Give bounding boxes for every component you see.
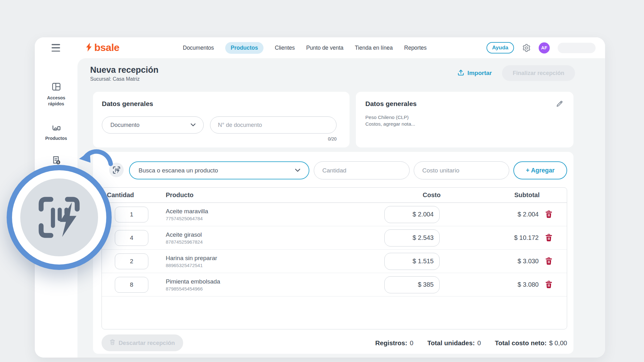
unit-cost-input-new[interactable] xyxy=(414,161,509,179)
trash-icon xyxy=(545,257,552,265)
nav-tienda-en-linea[interactable]: Tienda en línea xyxy=(355,45,393,51)
col-cantidad: Cantidad xyxy=(107,191,151,199)
logo-text: bsale xyxy=(94,42,119,53)
page-header: Nueva recepción Sucursal: Casa Matriz xyxy=(90,65,158,82)
trash-icon xyxy=(110,339,115,347)
quantity-input[interactable] xyxy=(115,277,148,293)
nav-documentos[interactable]: Documentos xyxy=(183,45,214,51)
col-costo: Costo xyxy=(385,191,441,199)
help-button[interactable]: Ayuda xyxy=(486,42,514,53)
sidebar-item-productos[interactable]: Productos xyxy=(35,123,77,141)
add-product-button[interactable]: + Agregar xyxy=(513,161,567,179)
top-right-cluster: Ayuda AF xyxy=(486,42,596,53)
bsale-bolt-icon xyxy=(85,42,92,53)
nav-reportes[interactable]: Reportes xyxy=(404,45,427,51)
delete-row-button[interactable] xyxy=(545,257,553,265)
branch-subtitle: Sucursal: Casa Matriz xyxy=(90,76,158,82)
document-select-value: Documento xyxy=(110,122,139,128)
currency-line: Peso Chileno (CLP) xyxy=(365,114,415,121)
product-search-select[interactable]: Busca o escanea un producto xyxy=(129,161,309,179)
account-placeholder[interactable] xyxy=(558,43,596,53)
menu-icon[interactable] xyxy=(52,44,60,52)
chevron-down-icon xyxy=(190,122,196,128)
quantity-input-new[interactable] xyxy=(314,161,410,179)
product-barcode: 87874525967824 xyxy=(166,239,384,245)
cost-input[interactable] xyxy=(384,229,440,247)
cost-input[interactable] xyxy=(384,276,440,293)
gear-icon[interactable] xyxy=(522,43,531,52)
search-placeholder: Busca o escanea un producto xyxy=(139,167,218,174)
reception-table: Cantidad Producto Costo Subtotal Aceite … xyxy=(102,187,567,329)
products-icon xyxy=(52,123,61,133)
cost-input[interactable] xyxy=(384,253,440,270)
trash-icon xyxy=(545,234,552,242)
table-row: Aceite girasol 87874525967824 $ 10.172 xyxy=(102,226,567,250)
sidebar-item-label: Productos xyxy=(39,135,74,141)
net-cost-total: Total costo neto:$ 0,00 xyxy=(495,339,567,347)
upload-icon xyxy=(457,69,464,78)
row-subtotal: $ 3.080 xyxy=(485,281,539,288)
discard-reception-button[interactable]: Descartar recepción xyxy=(102,334,183,351)
finalize-reception-button[interactable]: Finalizar recepción xyxy=(502,65,575,81)
bsale-logo[interactable]: bsale xyxy=(85,42,119,53)
product-barcode: 77574525064784 xyxy=(166,216,384,221)
document-number-input[interactable] xyxy=(210,116,337,134)
avatar[interactable]: AF xyxy=(539,42,550,53)
sidebar-item-accesos-rapidos[interactable]: Accesos rápidos xyxy=(35,82,77,107)
barcode-flash-icon xyxy=(35,193,83,241)
callout-circle xyxy=(20,178,98,256)
main-nav: Documentos Productos Clientes Punto de v… xyxy=(183,41,427,54)
row-subtotal: $ 2.004 xyxy=(485,211,539,218)
document-type-select[interactable]: Documento xyxy=(102,116,204,134)
col-producto: Producto xyxy=(166,191,385,199)
sidebar-item-label: Accesos rápidos xyxy=(39,95,74,107)
product-name: Pimienta embolsada xyxy=(166,278,384,285)
card-title: Datos generales xyxy=(102,100,153,108)
row-subtotal: $ 10.172 xyxy=(485,234,539,241)
callout-arrow xyxy=(75,142,118,172)
quick-access-icon xyxy=(52,82,61,92)
delete-row-button[interactable] xyxy=(545,234,553,242)
cost-input[interactable] xyxy=(384,206,440,223)
row-subtotal: $ 3.030 xyxy=(485,258,539,265)
nav-productos[interactable]: Productos xyxy=(225,42,263,54)
nav-punto-de-venta[interactable]: Punto de venta xyxy=(306,45,344,51)
product-barcode: 87985545454966 xyxy=(166,286,384,291)
totals-bar: Registros:0 Total unidades:0 Total costo… xyxy=(375,334,567,351)
product-barcode: 88965325472541 xyxy=(166,263,384,268)
quantity-input[interactable] xyxy=(115,253,148,269)
units-total: Total unidades:0 xyxy=(427,339,481,347)
discard-label: Descartar recepción xyxy=(119,340,175,346)
import-button[interactable]: Importar xyxy=(457,69,492,78)
general-data-card: Datos generales Documento 0/20 xyxy=(93,92,350,147)
quantity-input[interactable] xyxy=(115,230,148,246)
edit-button[interactable] xyxy=(556,100,563,109)
product-name: Aceite maravilla xyxy=(166,208,384,215)
delete-row-button[interactable] xyxy=(545,210,553,219)
records-total: Registros:0 xyxy=(375,339,413,347)
costs-note-line: Costos, agregar nota... xyxy=(365,121,415,127)
reception-settings-card: Datos generales Peso Chileno (CLP) Costo… xyxy=(356,92,573,147)
header-actions: Importar Finalizar recepción xyxy=(457,65,575,81)
nav-clientes[interactable]: Clientes xyxy=(275,45,295,51)
table-header: Cantidad Producto Costo Subtotal xyxy=(102,188,567,203)
chevron-down-icon xyxy=(295,168,300,173)
col-subtotal: Subtotal xyxy=(486,191,540,199)
screen: bsale Documentos Productos Clientes Punt… xyxy=(0,0,644,362)
trash-icon xyxy=(545,210,552,218)
app-window: bsale Documentos Productos Clientes Punt… xyxy=(35,37,605,358)
char-counter: 0/20 xyxy=(210,136,337,141)
content-panel: Nueva recepción Sucursal: Casa Matriz Im… xyxy=(77,58,605,358)
import-label: Importar xyxy=(468,70,492,77)
svg-text:$: $ xyxy=(57,160,59,164)
trash-icon xyxy=(545,281,552,289)
table-row: Aceite maravilla 77574525064784 $ 2.004 xyxy=(102,203,567,226)
table-row: Pimienta embolsada 87985545454966 $ 3.08… xyxy=(102,273,567,296)
delete-row-button[interactable] xyxy=(545,281,553,289)
page-title: Nueva recepción xyxy=(90,65,158,75)
barcode-scan-callout xyxy=(7,165,112,270)
reception-card: Busca o escanea un producto + Agregar Ca… xyxy=(93,152,573,354)
quantity-input[interactable] xyxy=(115,207,148,222)
document-fields: Documento xyxy=(102,116,337,134)
product-name: Harina sin preparar xyxy=(166,255,384,262)
